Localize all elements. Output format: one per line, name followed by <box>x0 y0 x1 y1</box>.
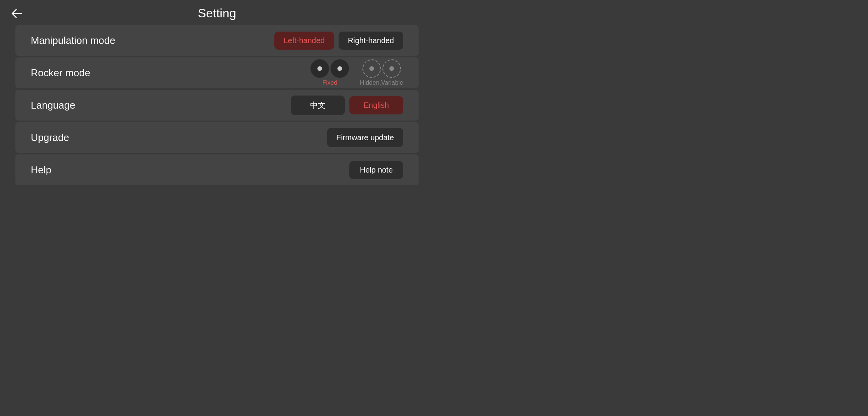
chinese-button[interactable]: 中文 <box>291 96 345 115</box>
manipulation-mode-controls: Left-handed Right-handed <box>274 32 403 50</box>
firmware-update-button[interactable]: Firmware update <box>327 128 403 147</box>
rocker-fixed-label: Fixed <box>322 79 337 86</box>
english-button[interactable]: English <box>349 96 403 114</box>
help-row: Help Help note <box>15 154 419 185</box>
rocker-hidden-variable-option[interactable]: Hidden,Variable <box>360 59 403 86</box>
upgrade-row: Upgrade Firmware update <box>15 122 419 153</box>
rocker-mode-row: Rocker mode Fixed <box>15 57 419 88</box>
rocker-mode-controls: Fixed Hidden,Variable <box>310 59 403 86</box>
right-handed-button[interactable]: Right-handed <box>339 32 403 50</box>
language-row: Language 中文 English <box>15 90 419 121</box>
manipulation-mode-row: Manipulation mode Left-handed Right-hand… <box>15 25 419 56</box>
help-label: Help <box>31 164 349 176</box>
back-button[interactable] <box>8 7 26 20</box>
upgrade-controls: Firmware update <box>327 128 403 147</box>
manipulation-mode-label: Manipulation mode <box>31 35 274 47</box>
rocker-mode-label: Rocker mode <box>31 67 310 79</box>
language-label: Language <box>31 99 291 111</box>
left-handed-button[interactable]: Left-handed <box>274 32 334 50</box>
settings-list: Manipulation mode Left-handed Right-hand… <box>0 25 434 185</box>
header: Setting <box>0 0 434 25</box>
help-controls: Help note <box>349 161 403 179</box>
page-title: Setting <box>198 6 236 20</box>
upgrade-label: Upgrade <box>31 132 327 144</box>
language-controls: 中文 English <box>291 96 403 115</box>
help-note-button[interactable]: Help note <box>349 161 403 179</box>
rocker-fixed-option[interactable]: Fixed <box>310 59 349 86</box>
rocker-hidden-variable-label: Hidden,Variable <box>360 79 403 86</box>
